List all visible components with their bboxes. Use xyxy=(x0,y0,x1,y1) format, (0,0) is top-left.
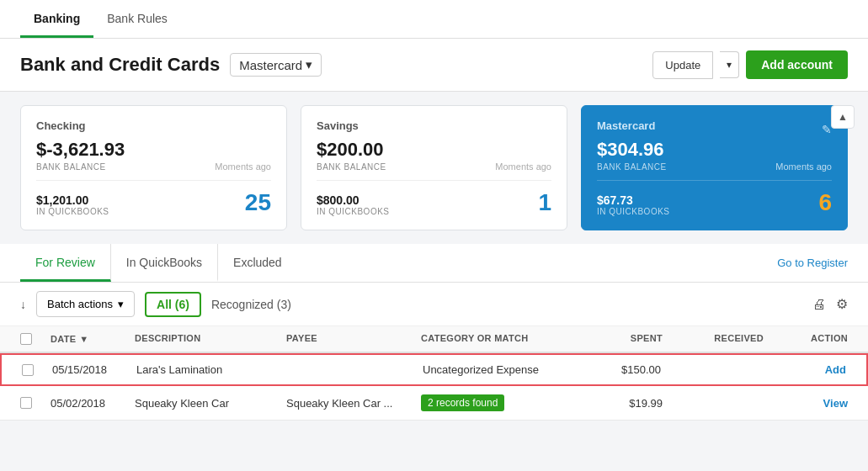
card-footer-mastercard: $67.73 IN QUICKBOOKS 6 xyxy=(597,180,832,216)
account-cards-section: Checking $-3,621.93 BANK BALANCE Moments… xyxy=(0,92,868,244)
filter-recognized-button[interactable]: Recognized (3) xyxy=(211,298,291,311)
row1-description: Lara's Lamination xyxy=(136,363,288,376)
row1-checkbox[interactable] xyxy=(22,364,34,376)
card-title-savings: Savings xyxy=(317,119,551,132)
card-bank-balance-mastercard: $304.96 xyxy=(597,139,832,161)
row2-description: Squeaky Kleen Car xyxy=(135,397,286,410)
toolbar: ↓ Batch actions ▾ All (6) Recognized (3)… xyxy=(0,283,868,326)
chevron-down-icon: ▾ xyxy=(118,298,124,310)
th-received: RECEIVED xyxy=(663,333,764,345)
card-count-mastercard: 6 xyxy=(818,189,832,216)
chevron-down-icon: ▾ xyxy=(306,57,312,72)
card-footer-checking: $1,201.00 IN QUICKBOOKS 25 xyxy=(36,180,271,216)
card-title-mastercard: Mastercard xyxy=(597,119,655,132)
row2-checkbox-cell xyxy=(20,397,51,409)
tabs-list: For Review In QuickBooks Excluded xyxy=(20,244,297,282)
print-button[interactable]: 🖨 xyxy=(812,297,826,312)
th-description: DESCRIPTION xyxy=(135,333,286,345)
card-timestamp-checking: Moments ago xyxy=(215,161,271,172)
th-spent: SPENT xyxy=(562,333,663,345)
th-category: CATEGORY OR MATCH xyxy=(421,333,562,345)
batch-actions-label: Batch actions xyxy=(47,298,113,310)
row2-payee: Squeaky Kleen Car ... xyxy=(286,397,421,410)
header-right: Update ▾ Add account xyxy=(652,50,848,79)
header-left: Bank and Credit Cards Mastercard ▾ xyxy=(20,53,322,77)
account-selector[interactable]: Mastercard ▾ xyxy=(230,53,322,77)
card-bank-balance-savings: $200.00 xyxy=(317,139,551,161)
th-payee: PAYEE xyxy=(286,333,421,345)
checking-card[interactable]: Checking $-3,621.93 BANK BALANCE Moments… xyxy=(20,105,287,230)
card-count-savings: 1 xyxy=(538,189,551,216)
row1-action-button[interactable]: Add xyxy=(762,363,846,376)
card-qb-balance-mastercard: $67.73 xyxy=(597,193,670,207)
transactions-table: DATE ▼ DESCRIPTION PAYEE CATEGORY OR MAT… xyxy=(0,326,868,421)
th-checkbox xyxy=(20,333,51,345)
card-qb-label-checking: IN QUICKBOOKS xyxy=(36,207,109,216)
top-navigation: Banking Bank Rules xyxy=(0,0,868,39)
card-qb-label-mastercard: IN QUICKBOOKS xyxy=(597,207,670,216)
row2-date: 05/02/2018 xyxy=(51,397,135,410)
add-account-button[interactable]: Add account xyxy=(746,50,848,79)
row2-spent: $19.99 xyxy=(562,397,663,410)
card-qb-balance-savings: $800.00 xyxy=(317,193,390,207)
tab-banking[interactable]: Banking xyxy=(20,0,93,38)
toolbar-left: ↓ Batch actions ▾ All (6) Recognized (3) xyxy=(20,291,291,317)
card-title-checking: Checking xyxy=(36,119,271,132)
row1-date: 05/15/2018 xyxy=(52,363,136,376)
savings-card[interactable]: Savings $200.00 BANK BALANCE Moments ago… xyxy=(301,105,567,230)
row2-checkbox[interactable] xyxy=(20,397,32,409)
row1-spent: $150.00 xyxy=(560,363,661,376)
filter-all-button[interactable]: All (6) xyxy=(145,292,201,317)
batch-actions-button[interactable]: Batch actions ▾ xyxy=(36,291,135,317)
row1-category: Uncategorized Expense xyxy=(423,363,560,376)
card-qb-label-savings: IN QUICKBOOKS xyxy=(317,207,390,216)
collapse-button[interactable]: ▲ xyxy=(831,105,855,129)
sort-button[interactable]: ↓ xyxy=(20,298,26,311)
settings-button[interactable]: ⚙ xyxy=(836,296,848,312)
card-qb-balance-checking: $1,201.00 xyxy=(36,193,109,207)
print-icon: 🖨 xyxy=(812,297,826,311)
card-count-checking: 25 xyxy=(245,189,271,216)
select-all-checkbox[interactable] xyxy=(20,333,32,345)
card-balance-label-savings: BANK BALANCE xyxy=(317,162,386,172)
card-footer-savings: $800.00 IN QUICKBOOKS 1 xyxy=(317,180,551,216)
card-timestamp-mastercard: Moments ago xyxy=(775,161,832,172)
page-title: Bank and Credit Cards xyxy=(20,54,220,76)
update-button[interactable]: Update xyxy=(652,51,713,79)
sort-icon[interactable]: ▼ xyxy=(79,334,88,344)
row2-action-button[interactable]: View xyxy=(764,397,848,410)
card-bank-balance-checking: $-3,621.93 xyxy=(36,139,271,161)
tab-bank-rules[interactable]: Bank Rules xyxy=(93,0,181,38)
chevron-down-icon: ▾ xyxy=(727,59,732,71)
table-row: 05/02/2018 Squeaky Kleen Car Squeaky Kle… xyxy=(0,386,868,421)
mastercard-card[interactable]: Mastercard ✎ $304.96 BANK BALANCE Moment… xyxy=(581,105,848,230)
update-dropdown-button[interactable]: ▾ xyxy=(720,51,739,78)
card-balance-label-mastercard: BANK BALANCE xyxy=(597,162,667,172)
table-row: 05/15/2018 Lara's Lamination Uncategoriz… xyxy=(0,353,868,386)
row1-checkbox-cell xyxy=(22,364,52,376)
go-to-register-link[interactable]: Go to Register xyxy=(777,245,848,281)
records-found-badge: 2 records found xyxy=(421,394,504,411)
tab-in-quickbooks[interactable]: In QuickBooks xyxy=(111,244,218,282)
toolbar-right: 🖨 ⚙ xyxy=(812,296,848,312)
settings-icon: ⚙ xyxy=(836,297,848,311)
th-action: ACTION xyxy=(764,333,848,345)
card-timestamp-savings: Moments ago xyxy=(495,161,551,172)
card-balance-label-checking: BANK BALANCE xyxy=(36,162,106,172)
row2-category: 2 records found xyxy=(421,394,562,411)
account-selector-label: Mastercard xyxy=(239,58,302,72)
th-date: DATE ▼ xyxy=(51,333,135,345)
tab-excluded[interactable]: Excluded xyxy=(218,244,297,282)
page-header: Bank and Credit Cards Mastercard ▾ Updat… xyxy=(0,39,868,92)
tab-for-review[interactable]: For Review xyxy=(20,244,111,282)
review-tabs-section: For Review In QuickBooks Excluded Go to … xyxy=(0,244,868,283)
table-header-row: DATE ▼ DESCRIPTION PAYEE CATEGORY OR MAT… xyxy=(0,326,868,353)
